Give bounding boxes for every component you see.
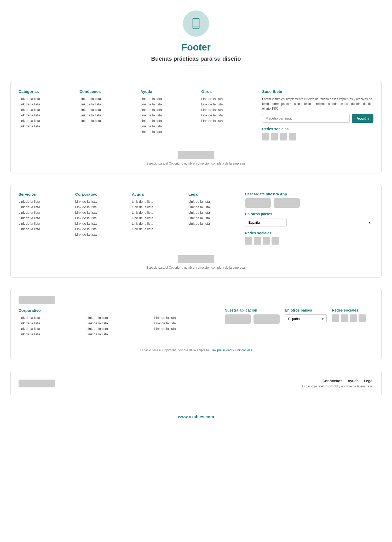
list-item[interactable]: Link de la lista — [140, 113, 196, 117]
list-item[interactable]: Link de la lista — [19, 200, 70, 204]
list-item[interactable]: Link de la lista — [19, 113, 74, 117]
social-icon[interactable] — [245, 237, 252, 245]
list-item[interactable]: Link de la lista — [201, 113, 257, 117]
list-item[interactable]: Link de la lista — [75, 216, 127, 220]
list-item[interactable]: Link de la lista — [75, 205, 127, 209]
social-heading-2: Redes sociales — [245, 231, 373, 235]
list-item[interactable]: Link de la lista — [75, 222, 127, 225]
footer2-right: Descárgate nuestra App En otros países E… — [245, 192, 373, 245]
footer-card-2: Servicios Link de la lista Link de la li… — [10, 184, 382, 278]
list-item[interactable]: Link de la lista — [132, 227, 183, 231]
country-select-3[interactable]: España Francia Italia Alemania — [285, 314, 327, 323]
footer1-subscribe: Suscríbete Lorem Ipsum es simplemente el… — [262, 89, 373, 140]
list-item[interactable]: Link de la lista — [19, 211, 70, 214]
list-item[interactable]: Link de la lista — [79, 113, 135, 117]
list-item[interactable]: Link de la lista — [140, 124, 196, 128]
list-item[interactable]: Link de la lista — [201, 119, 257, 123]
list-item[interactable]: Link de la lista — [132, 200, 183, 204]
list-item[interactable]: Link de la lista — [140, 102, 196, 106]
app-download-section: Descárgate nuestra App — [245, 192, 373, 208]
list-item[interactable]: Link de la lista — [188, 200, 240, 204]
social-icon[interactable] — [289, 133, 296, 140]
list-item[interactable]: Link de la lista — [188, 211, 240, 214]
list-item[interactable]: Link de la lista — [140, 97, 196, 101]
col-heading-corporativo: Corporativo — [75, 192, 127, 196]
footer3-link-col2: Link de la lista Link de la lista Link d… — [87, 316, 149, 338]
social-icon[interactable] — [341, 314, 348, 322]
social-icon[interactable] — [262, 133, 269, 140]
social-icon[interactable] — [272, 237, 279, 245]
list-item[interactable]: Link de la lista — [19, 102, 74, 106]
list-item[interactable]: Link de la lista — [75, 233, 127, 236]
subscribe-form: Acción — [262, 114, 373, 123]
list-item[interactable]: Link de la lista — [154, 327, 217, 331]
list-item[interactable]: Link de la lista — [19, 97, 74, 101]
list-item[interactable]: Link de la lista — [154, 316, 217, 320]
list-item[interactable]: Link de la lista — [132, 211, 183, 214]
list-item[interactable]: Link de la lista — [87, 327, 149, 331]
google-play-button-3[interactable] — [253, 314, 280, 324]
list-item[interactable]: Link de la lista — [19, 119, 74, 123]
social-icon[interactable] — [350, 314, 357, 322]
list-item[interactable]: Link de la lista — [79, 108, 135, 112]
app-store-button-3[interactable] — [225, 314, 251, 324]
list-item[interactable]: Link de la lista — [19, 222, 70, 225]
nav-link-legal[interactable]: Legal — [364, 379, 373, 383]
list-item[interactable]: Link de la lista — [188, 205, 240, 209]
list-item[interactable]: Link de la lista — [188, 222, 240, 225]
list-item[interactable]: Link de la lista — [132, 216, 183, 220]
list-item[interactable]: Link de la lista — [140, 119, 196, 123]
social-icon[interactable] — [280, 133, 287, 140]
list-item[interactable]: Link de la lista — [87, 316, 149, 320]
list-item[interactable]: Link de la lista — [201, 97, 257, 101]
footer-card-4: Conócenos Ayuda Legal Espacio para el Co… — [10, 371, 382, 396]
footer3-right: Nuestra aplicación En otros países Españ… — [225, 308, 373, 324]
nav-link-conocenos[interactable]: Conócenos — [322, 379, 342, 383]
subscribe-input[interactable] — [262, 114, 350, 123]
list-item[interactable]: Link de la lista — [132, 222, 183, 225]
subscribe-button[interactable]: Acción — [352, 114, 373, 123]
list-item[interactable]: Link de la lista — [140, 130, 196, 134]
list-item[interactable]: Link de la lista — [140, 108, 196, 112]
col-heading-ayuda2: Ayuda — [132, 192, 183, 196]
social-icons-1 — [262, 133, 373, 140]
country-select-2[interactable]: España Francia Italia Alemania — [245, 218, 287, 227]
social-icon[interactable] — [359, 314, 366, 322]
list-item[interactable]: Link de la lista — [188, 216, 240, 220]
list-item[interactable]: Link de la lista — [201, 108, 257, 112]
list-item[interactable]: Link de la lista — [19, 327, 81, 331]
list-item[interactable]: Link de la lista — [79, 119, 135, 123]
list-item[interactable]: Link de la lista — [87, 321, 149, 325]
app-store-button[interactable] — [245, 198, 271, 208]
social-icon[interactable] — [271, 133, 278, 140]
list-item[interactable]: Link de la lista — [19, 316, 81, 320]
social-icon[interactable] — [263, 237, 270, 245]
list-item[interactable]: Link de la lista — [132, 205, 183, 209]
list-item[interactable]: Link de la lista — [75, 211, 127, 214]
nav-link-ayuda[interactable]: Ayuda — [348, 379, 359, 383]
list-item[interactable]: Link de la lista — [19, 227, 70, 231]
social-icon[interactable] — [254, 237, 261, 245]
list-item[interactable]: Link de la lista — [19, 124, 74, 128]
list-item[interactable]: Link de la lista — [19, 216, 70, 220]
social-icon[interactable] — [332, 314, 339, 322]
list-item[interactable]: Link de la lista — [19, 108, 74, 112]
footer3-app-heading: Nuestra aplicación — [225, 308, 280, 312]
list-item[interactable]: Link de la lista — [201, 102, 257, 106]
social-icons-3 — [332, 314, 366, 322]
list-item[interactable]: Link de la lista — [75, 200, 127, 204]
col-heading-corporativo3: Corporativo — [19, 308, 217, 313]
privacy-link[interactable]: Link privacidad — [211, 348, 232, 352]
page-header: Footer Buenas prácticas para su diseño — [0, 0, 392, 81]
cookies-link[interactable]: Link cookies — [235, 348, 252, 352]
list-item[interactable]: Link de la lista — [154, 321, 217, 325]
list-item[interactable]: Link de la lista — [19, 205, 70, 209]
list-item[interactable]: Link de la lista — [19, 321, 81, 325]
list-item[interactable]: Link de la lista — [79, 97, 135, 101]
list-item[interactable]: Link de la lista — [19, 332, 81, 336]
footer3-link-col3: Link de la lista Link de la lista Link d… — [154, 316, 217, 338]
google-play-button[interactable] — [274, 198, 300, 208]
list-item[interactable]: Link de la lista — [87, 332, 149, 336]
list-item[interactable]: Link de la lista — [75, 227, 127, 231]
list-item[interactable]: Link de la lista — [79, 102, 135, 106]
